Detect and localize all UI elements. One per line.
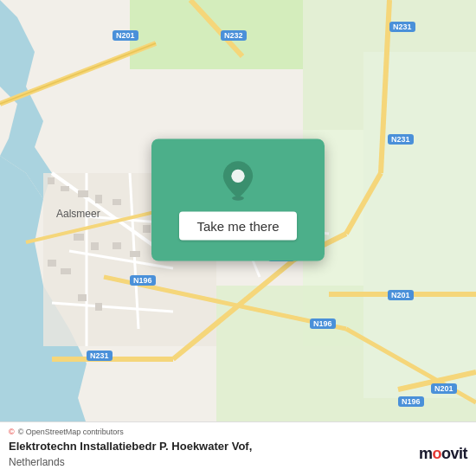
road-label-n201-bottom-right: N201 — [388, 290, 414, 300]
svg-rect-4 — [130, 0, 303, 69]
map-card: Take me there — [151, 139, 325, 261]
svg-rect-41 — [61, 268, 71, 274]
map-pin-icon — [217, 160, 259, 202]
svg-rect-34 — [61, 186, 69, 191]
moovit-logo: moovit — [419, 445, 467, 463]
svg-rect-36 — [95, 195, 102, 203]
copyright-row: © © OpenStreetMap contributors — [9, 428, 467, 436]
moovit-dot: o — [432, 445, 441, 462]
road-label-n201-far-right: N201 — [431, 383, 457, 394]
road-label-n196-right: N196 — [310, 318, 336, 329]
road-label-n232: N232 — [221, 30, 247, 41]
svg-rect-40 — [48, 260, 56, 267]
road-label-n231-bottom-left: N231 — [87, 351, 113, 361]
road-label-n231-top-right: N231 — [389, 22, 415, 32]
business-country: Netherlands — [9, 456, 65, 468]
svg-rect-44 — [113, 242, 121, 249]
road-label-n196-mid: N196 — [130, 275, 156, 286]
svg-rect-38 — [74, 234, 84, 241]
bottom-bar: © © OpenStreetMap contributors Elektrote… — [0, 421, 476, 476]
svg-point-48 — [231, 170, 244, 183]
svg-rect-42 — [78, 294, 87, 301]
svg-rect-39 — [91, 242, 99, 250]
svg-rect-37 — [113, 199, 121, 205]
svg-rect-43 — [95, 303, 102, 311]
svg-rect-46 — [143, 225, 151, 233]
business-name: Elektrotechn Installatiebedr P. Hoekwate… — [9, 440, 252, 453]
road-label-n201-top: N201 — [113, 30, 138, 41]
road-label-n231-mid-right: N231 — [388, 134, 414, 145]
svg-rect-35 — [78, 190, 88, 197]
take-me-there-button[interactable]: Take me there — [179, 212, 296, 241]
road-label-n196-bottom-right: N196 — [398, 396, 424, 407]
svg-rect-45 — [130, 251, 140, 257]
osm-copyright: © OpenStreetMap contributors — [18, 428, 124, 436]
svg-rect-33 — [48, 177, 55, 184]
copyright-symbol: © — [9, 428, 15, 436]
map-container: Aalsmeer N201 N232 N231 N231 N231 N231 N… — [0, 0, 476, 476]
